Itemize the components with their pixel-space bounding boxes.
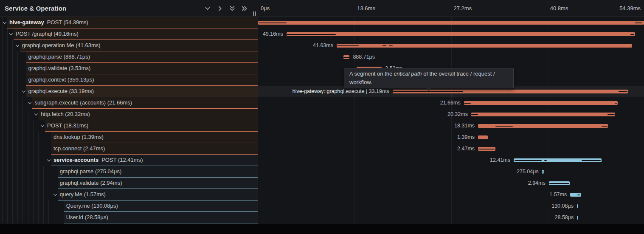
tree-row[interactable]: tcp.connect (2.47ms)	[0, 143, 258, 155]
indent-guide	[17, 97, 18, 109]
indent-guide	[22, 155, 23, 166]
span-bar[interactable]	[337, 44, 632, 48]
span-duration-label: 41.63ms	[313, 40, 333, 51]
tree-row[interactable]: POST (18.31ms)	[0, 120, 258, 132]
span-duration-label: 28.58µs	[555, 212, 574, 223]
collapse-chevron-icon[interactable]	[16, 44, 19, 47]
waterfall-row[interactable]: 888.71µs	[258, 51, 644, 63]
tree-row[interactable]: POST /graphql (49.16ms)	[0, 28, 258, 40]
waterfall-row[interactable]: 1.39ms	[258, 132, 644, 143]
tree-row[interactable]: graphql.validate (2.94ms)	[0, 178, 258, 189]
waterfall-row[interactable]: 12.41ms	[258, 155, 644, 166]
span-name-label: graphql.validate (3.53ms)	[28, 63, 91, 74]
waterfall-row[interactable]: 49.16ms	[258, 28, 644, 40]
tree-row[interactable]: dns.lookup (1.39ms)	[0, 132, 258, 143]
indent-guide	[38, 189, 39, 200]
span-name-label: graphql.parse (275.04µs)	[60, 166, 122, 177]
indent-guide	[48, 212, 49, 223]
span-bar[interactable]	[570, 193, 581, 197]
indent-guide	[22, 166, 23, 178]
tree-row[interactable]: subgraph.execute (accounts) (21.66ms)	[0, 97, 258, 109]
collapse-chevron-icon[interactable]	[41, 124, 44, 127]
collapse-chevron-icon[interactable]	[35, 113, 38, 116]
double-chevron-right-icon[interactable]	[241, 5, 248, 12]
collapse-chevron-icon[interactable]	[3, 21, 6, 24]
indent-guide	[17, 120, 18, 132]
span-bar[interactable]	[478, 124, 608, 128]
span-name-label: graphql.validate (2.94ms)	[60, 178, 122, 189]
waterfall-row[interactable]: 275.04µs	[258, 166, 644, 178]
collapse-chevron-icon[interactable]	[54, 193, 57, 196]
critical-path-segment	[542, 172, 544, 172]
waterfall-row[interactable]: 1.57ms	[258, 189, 644, 200]
waterfall-row[interactable]: 2.94ms	[258, 178, 644, 189]
waterfall-row[interactable]: 28.58µs	[258, 212, 644, 223]
indent-guide	[2, 143, 3, 155]
tree-row[interactable]: User.id (28.58µs)	[0, 212, 258, 223]
waterfall-row[interactable]: 21.66ms	[258, 97, 644, 109]
indent-guide	[28, 166, 28, 178]
span-bar[interactable]	[577, 204, 578, 208]
span-bar[interactable]	[478, 147, 495, 151]
indent-guide	[7, 143, 8, 155]
span-bar[interactable]	[549, 181, 570, 185]
indent-guide	[12, 166, 13, 178]
tree-row[interactable]: query.Me (1.57ms)	[0, 189, 258, 200]
collapse-chevron-icon[interactable]	[22, 90, 25, 93]
tree-row[interactable]: graphql.parse (888.71µs)	[0, 51, 258, 63]
tree-row[interactable]: http.fetch (20.32ms)	[0, 109, 258, 120]
indent-guide	[43, 200, 44, 212]
indent-guide	[2, 200, 3, 212]
waterfall-row[interactable]: 18.31ms	[258, 120, 644, 132]
chevron-down-icon[interactable]	[204, 5, 211, 12]
span-bar[interactable]	[514, 158, 602, 162]
span-bar[interactable]	[542, 170, 544, 174]
span-name-label: http.fetch (20.32ms)	[41, 109, 90, 120]
indent-guide	[17, 212, 18, 223]
critical-path-segment	[389, 45, 393, 46]
indent-guide	[7, 109, 8, 120]
span-bar[interactable]	[471, 113, 616, 116]
tree-row[interactable]: graphql.context (359.13µs)	[0, 74, 258, 86]
span-name-label: graphql.execute (33.19ms)	[28, 86, 94, 97]
span-bar[interactable]	[258, 21, 644, 25]
indent-guide	[17, 166, 18, 178]
chevron-right-icon[interactable]	[217, 5, 223, 12]
span-name-label: graphql.context (359.13µs)	[28, 74, 94, 85]
span-bar[interactable]	[464, 101, 618, 105]
critical-path-segment	[464, 103, 471, 104]
waterfall-row[interactable]: 41.63ms	[258, 40, 644, 51]
tree-row[interactable]: graphql.parse (275.04µs)	[0, 166, 258, 178]
span-duration-label: 1.39ms	[457, 132, 475, 143]
span-bar[interactable]	[577, 216, 578, 220]
tree-row[interactable]: hive-gatewayPOST (54.39ms)	[0, 17, 258, 28]
indent-guide	[38, 155, 39, 166]
span-name-label: POST /graphql (49.16ms)	[16, 28, 79, 39]
indent-guide	[12, 212, 13, 223]
tree-row[interactable]: service-accountsPOST (12.41ms)	[0, 155, 258, 166]
indent-guide	[7, 86, 8, 97]
waterfall-row[interactable]: 2.47ms	[258, 143, 644, 155]
waterfall-row[interactable]	[258, 17, 644, 28]
tree-row[interactable]: graphql.validate (3.53ms)	[0, 63, 258, 74]
collapse-chevron-icon[interactable]	[28, 101, 31, 104]
critical-path-segment	[287, 34, 335, 35]
waterfall-row[interactable]: 20.32ms	[258, 109, 644, 120]
timeline-tick-label: 40.8ms	[550, 0, 568, 17]
indent-guide	[7, 178, 8, 189]
indent-guide	[12, 109, 13, 120]
collapse-chevron-icon[interactable]	[48, 158, 51, 161]
waterfall-row[interactable]: 130.08µs	[258, 200, 644, 212]
tree-row[interactable]: Query.me (130.08µs)	[0, 200, 258, 212]
tree-row[interactable]: graphql.operation Me (41.63ms)	[0, 40, 258, 51]
critical-path-segment	[515, 160, 542, 161]
span-bar[interactable]	[343, 55, 350, 59]
panel-resize-handle[interactable]	[253, 11, 256, 16]
collapse-chevron-icon[interactable]	[10, 32, 13, 35]
tree-row[interactable]: graphql.execute (33.19ms)	[0, 86, 258, 97]
double-chevron-down-icon[interactable]	[229, 5, 236, 12]
critical-path-segment	[544, 160, 547, 161]
indent-guide	[12, 120, 13, 132]
span-bar[interactable]	[478, 135, 488, 139]
span-bar[interactable]	[287, 32, 636, 36]
